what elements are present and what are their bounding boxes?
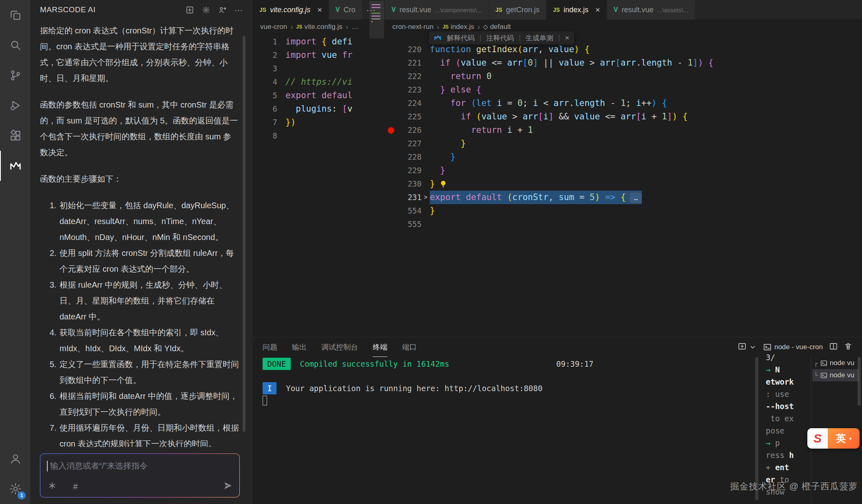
minimap[interactable] — [369, 1, 384, 123]
breakpoint-margin[interactable] — [253, 35, 257, 48]
ai-action-comment[interactable]: 注释代码 — [486, 33, 514, 43]
breakpoint-margin[interactable] — [385, 43, 397, 56]
new-chat-icon[interactable] — [185, 5, 194, 14]
terminal-list-scrollbar[interactable] — [858, 357, 861, 406]
ai-action-explain[interactable]: 解释代码 — [447, 33, 475, 43]
code-line[interactable]: 2import vue fr — [253, 48, 385, 62]
code-line[interactable]: 228 } — [385, 150, 862, 164]
ai-action-unittest[interactable]: 生成单测 — [526, 33, 553, 43]
breakpoint-margin[interactable] — [253, 129, 257, 143]
kill-terminal-icon[interactable] — [844, 342, 852, 352]
run-debug-icon[interactable] — [0, 90, 30, 121]
code-line[interactable]: 1import { defi — [253, 35, 385, 48]
share-icon[interactable] — [218, 5, 227, 14]
code-line[interactable]: 227 } — [385, 137, 862, 150]
new-terminal-icon[interactable] — [738, 342, 746, 352]
breakpoint-margin[interactable] — [253, 62, 257, 75]
code-line[interactable]: 8 — [253, 129, 385, 143]
code-editor-1[interactable]: 1import { defi2import vue fr34// https:/… — [253, 34, 385, 143]
folded-code-ellipsis[interactable]: … — [630, 193, 642, 203]
breakpoint-margin[interactable] — [253, 116, 257, 129]
panel-tab-问题[interactable]: 问题 — [263, 337, 277, 357]
breakpoint-margin[interactable] — [253, 102, 257, 116]
marscode-ai-icon[interactable] — [0, 151, 30, 181]
code-line[interactable]: 6 plugins: [v — [253, 102, 385, 116]
code-line[interactable]: 3 — [253, 62, 385, 75]
breakpoint-margin[interactable] — [385, 150, 397, 164]
chat-input[interactable]: 输入消息或者“/”来选择指令 # — [40, 453, 240, 497]
editor-tab[interactable]: Vresult.vue...\assets\... — [607, 0, 695, 20]
breakpoint-margin[interactable] — [385, 218, 397, 231]
breakpoint-margin[interactable] — [385, 70, 397, 83]
code-line[interactable]: 554} — [385, 204, 862, 218]
breakpoint-margin[interactable] — [385, 137, 397, 150]
source-control-icon[interactable] — [0, 60, 30, 90]
terminal-list-item[interactable]: └node vu — [812, 369, 859, 381]
breakpoint-margin[interactable] — [385, 56, 397, 70]
lightbulb-icon[interactable] — [439, 180, 447, 188]
hash-icon[interactable]: # — [73, 482, 78, 491]
breakpoint-margin[interactable] — [385, 110, 397, 123]
breakpoint-margin[interactable] — [385, 177, 397, 191]
code-line[interactable]: 555 — [385, 218, 862, 231]
settings-icon[interactable]: 1 — [0, 474, 30, 504]
terminal-main[interactable]: DONE Compiled successfully in 16142ms09:… — [263, 358, 542, 407]
extensions-icon[interactable] — [0, 121, 30, 151]
code-line[interactable]: 229 } — [385, 164, 862, 177]
breadcrumb-item[interactable]: … — [351, 23, 358, 31]
search-icon[interactable] — [0, 30, 30, 60]
code-line[interactable]: 221 if (value <= arr[0] || value > arr[a… — [385, 56, 862, 70]
panel-tab-终端[interactable]: 终端 — [373, 337, 387, 357]
send-icon[interactable] — [223, 481, 233, 492]
editor-tab[interactable]: JSvite.config.js× — [253, 0, 329, 20]
code-line[interactable]: 223 } else { — [385, 83, 862, 97]
sparkle-icon[interactable] — [48, 481, 57, 492]
panel-tab-端口[interactable]: 端口 — [402, 337, 417, 357]
panel-tab-调试控制台[interactable]: 调试控制台 — [321, 337, 358, 357]
editor-tab[interactable]: VCro — [329, 0, 362, 20]
minimap-slider[interactable] — [369, 1, 384, 38]
code-line[interactable]: 225 if (value > arr[i] && value <= arr[i… — [385, 110, 862, 123]
panel-tab-输出[interactable]: 输出 — [292, 337, 307, 357]
code-line[interactable]: 7}) — [253, 116, 385, 129]
breakpoint-margin[interactable] — [385, 83, 397, 97]
breakpoint-margin[interactable] — [385, 191, 397, 204]
editor-tab[interactable]: JSindex.js× — [546, 0, 607, 20]
code-line[interactable]: 220function getIndex(arr, value) { — [385, 43, 862, 56]
terminal-list-item[interactable]: ┌node vu — [812, 357, 859, 369]
code-editor-2[interactable]: 220function getIndex(arr, value) {221 if… — [385, 34, 862, 231]
breadcrumb-item[interactable]: vue-cron — [260, 23, 287, 31]
editor-tab[interactable]: Vresult.vue...\components\... — [385, 0, 489, 20]
terminal-scrollbar[interactable] — [755, 357, 758, 500]
code-line[interactable]: 226 return i + 1 — [385, 123, 862, 137]
breadcrumb-item[interactable]: JSvite.config.js — [296, 23, 342, 31]
code-line[interactable]: 5export defaul — [253, 89, 385, 102]
breakpoint-margin[interactable] — [253, 89, 257, 102]
terminal-select[interactable]: node - vue-cron — [763, 343, 823, 351]
chat-input-row[interactable]: 输入消息或者“/”来选择指令 — [40, 454, 239, 471]
explorer-icon[interactable] — [0, 0, 30, 30]
breakpoint-margin[interactable] — [253, 48, 257, 62]
code-line[interactable]: 4// https://vi — [253, 75, 385, 89]
close-icon[interactable]: × — [565, 33, 569, 42]
code-line[interactable]: 222 return 0 — [385, 70, 862, 83]
gear-icon[interactable] — [201, 5, 210, 14]
breakpoint-margin[interactable] — [385, 123, 397, 137]
breadcrumb-item[interactable]: cron-next-run — [392, 23, 433, 31]
code-line[interactable]: 230} — [385, 177, 862, 191]
more-icon[interactable]: ··· — [234, 5, 243, 14]
plugin-language-label[interactable]: 英 — [828, 428, 860, 449]
split-terminal-icon[interactable] — [829, 342, 838, 352]
breakpoint-margin[interactable] — [385, 97, 397, 110]
fold-chevron-icon[interactable]: > — [422, 191, 430, 204]
code-line[interactable]: 231>export default (cronStr, sum = 5) =>… — [385, 191, 862, 204]
chevron-down-icon[interactable] — [749, 343, 757, 351]
translate-plugin-badge[interactable]: S 英 — [807, 428, 860, 449]
breakpoint-margin[interactable] — [385, 204, 397, 218]
terminal-split-pane[interactable]: 3/→ Network: use--host to expose→ press … — [766, 351, 808, 498]
breakpoint-margin[interactable] — [253, 75, 257, 89]
breadcrumb-item[interactable]: JSindex.js — [442, 23, 474, 31]
editor-tab[interactable]: JSgetCron.js — [489, 0, 546, 20]
code-line[interactable]: 224 for (let i = 0; i < arr.length - 1; … — [385, 97, 862, 110]
close-icon[interactable]: × — [595, 6, 600, 14]
